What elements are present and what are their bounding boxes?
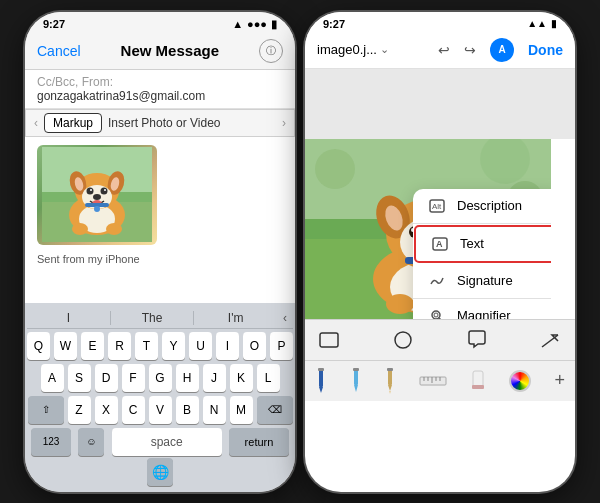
space-key[interactable]: space [112, 428, 222, 456]
svg-rect-66 [388, 369, 392, 385]
menu-item-signature[interactable]: Signature [413, 264, 551, 299]
undo-icon[interactable]: ↩ [438, 42, 450, 58]
tool-blue-marker[interactable] [315, 367, 327, 395]
key-o[interactable]: O [243, 332, 266, 360]
shift-key[interactable]: ⇧ [28, 396, 64, 424]
color-picker[interactable] [509, 370, 531, 392]
left-phone: 9:27 ▲ ●●● ▮ Cancel New Message ⓘ Cc/Bcc… [25, 12, 295, 492]
key-e[interactable]: E [81, 332, 104, 360]
key-j[interactable]: J [203, 364, 226, 392]
corgi-illustration-left [42, 147, 152, 242]
number-key[interactable]: 123 [31, 428, 71, 456]
key-n[interactable]: N [203, 396, 226, 424]
key-y[interactable]: Y [162, 332, 185, 360]
tool-ruler[interactable] [419, 375, 447, 387]
menu-item-magnifier[interactable]: Magnifier [413, 299, 551, 319]
key-u[interactable]: U [189, 332, 212, 360]
svg-point-48 [386, 294, 414, 314]
return-key[interactable]: return [229, 428, 289, 456]
svg-rect-77 [472, 385, 484, 389]
svg-line-55 [439, 318, 442, 319]
filename-text: image0.j... [317, 42, 377, 57]
autocomplete-chevron-icon: ‹ [277, 311, 293, 325]
right-phone-inner: Alt Description A Text [305, 139, 575, 401]
rectangle-shape-icon[interactable] [315, 326, 343, 354]
description-icon: Alt [427, 198, 447, 214]
svg-marker-67 [388, 385, 392, 391]
svg-marker-68 [389, 391, 391, 394]
dog-image-right: Alt Description A Text [305, 139, 551, 319]
left-status-bar: 9:27 ▲ ●●● ▮ [25, 12, 295, 33]
autocomplete-bar: I The I'm ‹ [27, 307, 293, 329]
key-i[interactable]: I [216, 332, 239, 360]
signal-icon: ●●● [247, 18, 267, 30]
battery-icon-right: ▮ [551, 18, 557, 29]
svg-rect-60 [319, 369, 323, 387]
globe-key[interactable]: 🌐 [147, 458, 173, 486]
key-x[interactable]: X [95, 396, 118, 424]
autocomplete-word-3[interactable]: I'm [194, 311, 277, 325]
delete-key[interactable]: ⌫ [257, 396, 293, 424]
svg-point-20 [106, 223, 122, 235]
key-d[interactable]: D [95, 364, 118, 392]
magnifier-label: Magnifier [457, 308, 510, 319]
done-button[interactable]: Done [528, 42, 563, 58]
autocomplete-word-1[interactable]: I [27, 311, 110, 325]
toolbar-right-chevron-icon[interactable]: › [282, 116, 286, 130]
key-r[interactable]: R [108, 332, 131, 360]
key-s[interactable]: S [68, 364, 91, 392]
arrow-icon[interactable] [537, 326, 565, 354]
toolbar-left-chevron-icon[interactable]: ‹ [34, 116, 38, 130]
key-z[interactable]: Z [68, 396, 91, 424]
user-avatar: A [490, 38, 514, 62]
key-q[interactable]: Q [27, 332, 50, 360]
key-t[interactable]: T [135, 332, 158, 360]
info-icon[interactable]: ⓘ [259, 39, 283, 63]
key-v[interactable]: V [149, 396, 172, 424]
menu-item-description[interactable]: Alt Description [413, 189, 551, 224]
svg-point-19 [72, 223, 88, 235]
tool-light-blue-pen[interactable] [351, 367, 361, 395]
svg-point-58 [395, 332, 411, 348]
redo-icon[interactable]: ↪ [464, 42, 476, 58]
key-l[interactable]: L [257, 364, 280, 392]
svg-point-14 [104, 189, 106, 191]
keyboard-globe-row: 🌐 [27, 458, 293, 486]
svg-point-12 [101, 188, 108, 195]
key-g[interactable]: G [149, 364, 172, 392]
key-w[interactable]: W [54, 332, 77, 360]
dog-image-left [37, 145, 157, 245]
drawing-tools-row: + [305, 361, 575, 401]
tool-eraser[interactable] [471, 369, 485, 393]
keyboard: I The I'm ‹ Q W E R T Y U I O P [25, 303, 295, 492]
insert-photo-button[interactable]: Insert Photo or Video [108, 116, 221, 130]
key-p[interactable]: P [270, 332, 293, 360]
cc-value: gonzagakatrina91s@gmail.com [37, 89, 205, 103]
key-k[interactable]: K [230, 364, 253, 392]
markup-button[interactable]: Markup [44, 113, 102, 133]
right-status-icons: ▲▲ ▮ [527, 18, 557, 29]
cancel-button[interactable]: Cancel [37, 43, 81, 59]
right-status-bar: 9:27 ▲▲ ▮ [305, 12, 575, 32]
tool-pencil[interactable] [385, 367, 395, 395]
key-c[interactable]: C [122, 396, 145, 424]
key-h[interactable]: H [176, 364, 199, 392]
emoji-key[interactable]: ☺ [78, 428, 104, 456]
svg-marker-61 [319, 387, 323, 393]
menu-item-text[interactable]: A Text [414, 225, 551, 263]
key-b[interactable]: B [176, 396, 199, 424]
circle-shape-icon[interactable] [389, 326, 417, 354]
autocomplete-word-2[interactable]: The [111, 311, 194, 325]
text-icon: A [430, 236, 450, 252]
key-f[interactable]: F [122, 364, 145, 392]
svg-rect-57 [320, 333, 338, 347]
add-tool-button[interactable]: + [554, 370, 565, 391]
speech-bubble-icon[interactable] [463, 326, 491, 354]
svg-point-13 [90, 189, 92, 191]
svg-text:Alt: Alt [432, 202, 442, 211]
email-title: New Message [121, 42, 219, 59]
key-m[interactable]: M [230, 396, 253, 424]
sent-from-text: Sent from my iPhone [37, 245, 283, 273]
key-a[interactable]: A [41, 364, 64, 392]
cc-field[interactable]: Cc/Bcc, From: gonzagakatrina91s@gmail.co… [25, 70, 295, 109]
